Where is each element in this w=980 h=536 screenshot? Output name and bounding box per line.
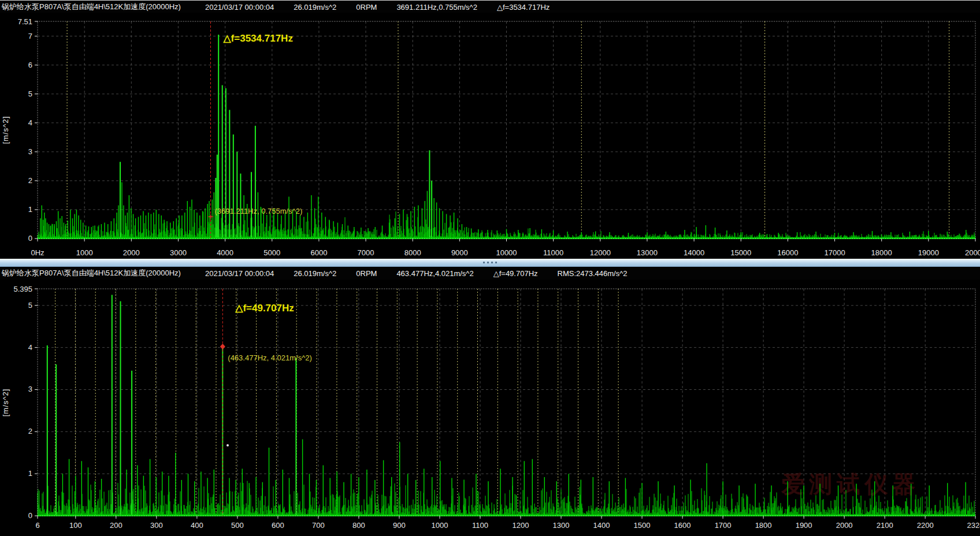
timestamp: 2021/03/17 00:00:04 <box>205 269 274 278</box>
y-max-label: 7.51 <box>18 17 32 26</box>
x-tick-label: 0Hz <box>31 248 44 257</box>
x-tick-label: 7000 <box>358 248 374 257</box>
x-tick-label: 16000 <box>777 248 798 257</box>
x-tick-label: 100 <box>69 521 82 530</box>
x-tick-label: 1000 <box>76 248 93 257</box>
delta-f-readout: △f=49.707Hz <box>493 269 538 278</box>
x-tick-label: 17000 <box>824 248 845 257</box>
delta-f-annotation: △f=49.707Hz <box>235 303 294 314</box>
spectrum-canvas-top[interactable]: 0Hz1000200030004000500060007000800090001… <box>0 13 980 259</box>
spectrum-major-peaks <box>47 295 296 516</box>
x-tick-label: 400 <box>191 521 203 530</box>
delta-f-readout: △f=3534.717Hz <box>497 3 550 12</box>
x-tick-label: 13000 <box>637 248 658 257</box>
x-tick-label: 15000 <box>730 248 751 257</box>
y-tick-label: 4 <box>28 118 32 127</box>
cursor-readout: 463.477Hz,4.021m/s^2 <box>396 269 473 278</box>
x-tick-label: 9000 <box>451 248 468 257</box>
x-tick-label: 12000 <box>590 248 611 257</box>
spectrum-canvas-bottom[interactable]: 爱测试仪器61002003004005006007008009001000110… <box>0 280 980 536</box>
y-tick-label: 1 <box>28 469 32 478</box>
x-tick-label: 8000 <box>404 248 421 257</box>
delta-f-annotation: △f=3534.717Hz <box>223 33 293 44</box>
channel-title: 锅炉给水泵P807A\泵自由端4H\512K加速度(20000Hz) <box>2 2 181 12</box>
x-tick-label: 800 <box>352 521 365 530</box>
x-tick-label: 3000 <box>170 248 187 257</box>
x-tick-label: 2100 <box>877 521 893 530</box>
x-tick-label: 11000 <box>543 248 563 257</box>
y-tick-label: 4 <box>28 343 32 352</box>
x-tick-label: 10000 <box>496 248 517 257</box>
y-tick-label: 5 <box>28 301 32 310</box>
x-tick-label: 1200 <box>513 521 529 530</box>
x-tick-label: 300 <box>150 521 163 530</box>
overall-value: 26.019m/s^2 <box>294 269 336 278</box>
rpm-value: 0RPM <box>356 3 377 12</box>
splitter-grip-dots <box>482 262 498 263</box>
x-tick-label: 1100 <box>472 521 488 530</box>
watermark: 爱测试仪器 <box>781 471 920 497</box>
rms-readout: RMS:2473.446m/s^2 <box>558 269 628 278</box>
overall-value: 26.019m/s^2 <box>294 3 336 12</box>
cursor-marker[interactable] <box>220 344 225 349</box>
y-tick-label: 6 <box>28 61 32 69</box>
spectrum-plot-top[interactable]: 0Hz1000200030004000500060007000800090001… <box>0 13 980 259</box>
panel-splitter[interactable] <box>0 259 980 267</box>
x-tick-label: 1300 <box>553 521 570 530</box>
stray-cursor-dot <box>227 444 229 446</box>
x-tick-label: 900 <box>393 521 406 530</box>
x-tick-label: 700 <box>312 521 325 530</box>
x-tick-label: 1700 <box>715 521 732 530</box>
y-tick-label: 0 <box>28 234 32 243</box>
spectrum-peaks <box>40 182 966 239</box>
rpm-value: 0RPM <box>356 269 377 278</box>
x-tick-label: 4000 <box>217 248 233 257</box>
y-tick-label: 7 <box>28 32 32 40</box>
x-tick-label: 2324 <box>967 521 980 530</box>
cursor-readout: 3691.211Hz,0.755m/s^2 <box>396 3 477 12</box>
x-tick-label: 1900 <box>796 521 812 530</box>
grid-lines <box>38 21 975 239</box>
y-axis-unit-label: [m/s^2] <box>1 389 10 417</box>
y-max-label: 5.395 <box>13 285 32 293</box>
top-panel-header: 锅炉给水泵P807A\泵自由端4H\512K加速度(20000Hz) 2021/… <box>0 1 980 13</box>
x-tick-label: 1000 <box>432 521 448 530</box>
x-tick-label: 20000 <box>965 248 980 257</box>
x-tick-label: 2000 <box>123 248 140 257</box>
x-tick-label: 600 <box>272 521 284 530</box>
y-tick-label: 3 <box>28 147 32 156</box>
x-tick-label: 6000 <box>310 248 327 257</box>
x-tick-label: 5000 <box>263 248 280 257</box>
x-tick-label: 1600 <box>674 521 691 530</box>
cursor-annotation: (3691.211Hz, 0.755m/s^2) <box>215 207 303 215</box>
bottom-panel-header: 锅炉给水泵P807A\泵自由端4H\512K加速度(20000Hz) 2021/… <box>0 267 980 280</box>
y-tick-label: 2 <box>28 176 32 185</box>
spectrum-plot-bottom[interactable]: 爱测试仪器61002003004005006007008009001000110… <box>0 280 980 536</box>
y-tick-label: 5 <box>28 90 32 98</box>
spectrum-analyzer-window: 锅炉给水泵P807A\泵自由端4H\512K加速度(20000Hz) 2021/… <box>0 0 980 536</box>
y-tick-label: 0 <box>28 511 32 520</box>
y-tick-label: 3 <box>28 385 32 393</box>
x-tick-label: 200 <box>110 521 122 530</box>
y-tick-label: 1 <box>28 205 32 214</box>
harmonic-marker-lines <box>67 21 949 239</box>
x-tick-label: 1400 <box>593 521 610 530</box>
x-tick-label: 6 <box>35 521 39 530</box>
x-tick-label: 1500 <box>634 521 651 530</box>
channel-title: 锅炉给水泵P807A\泵自由端4H\512K加速度(20000Hz) <box>2 268 181 278</box>
x-tick-label: 2000 <box>836 521 853 530</box>
y-tick-label: 2 <box>28 427 32 436</box>
y-axis-unit-label: [m/s^2] <box>1 116 10 144</box>
timestamp: 2021/03/17 00:00:04 <box>205 3 274 12</box>
cursor-annotation: (463.477Hz, 4.021m/s^2) <box>228 353 312 362</box>
x-tick-label: 1800 <box>755 521 772 530</box>
x-tick-label: 14000 <box>684 248 704 257</box>
x-tick-label: 18000 <box>871 248 892 257</box>
x-tick-label: 2200 <box>917 521 934 530</box>
x-tick-label: 500 <box>231 521 244 530</box>
x-tick-label: 19000 <box>918 248 939 257</box>
